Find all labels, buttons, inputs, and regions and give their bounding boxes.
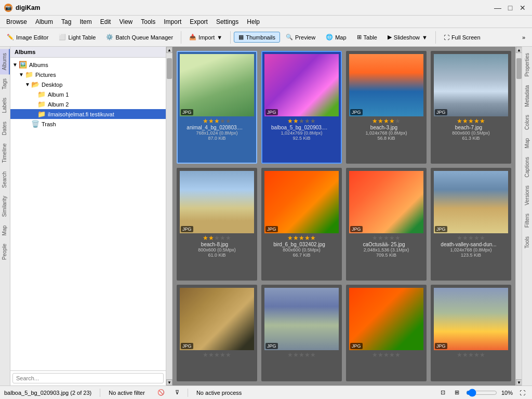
- thumbnail-item[interactable]: JPG ★★★★★ bird_6_bg_032402.jpg 800x600 (…: [261, 168, 342, 281]
- scroll-down-button[interactable]: ▼: [166, 379, 172, 385]
- sidebar-tab-dates[interactable]: Dates: [0, 117, 10, 139]
- batch-queue-button[interactable]: ⚙️ Batch Queue Manager: [101, 32, 178, 43]
- thumbnail-filename: beach-3.jpg: [350, 125, 418, 130]
- right-tab-filters[interactable]: Filters: [523, 209, 531, 232]
- album1-label: Album 1: [48, 91, 164, 98]
- right-tab-metadata[interactable]: Metadata: [523, 81, 531, 111]
- right-tab-map[interactable]: Map: [523, 134, 531, 152]
- thumbnail-item[interactable]: JPG ★★★★★ balboa_5_bg_020903.... 1,024x7…: [261, 51, 342, 164]
- image-format-badge: JPG: [265, 226, 278, 232]
- sidebar-tab-tags[interactable]: Tags: [0, 74, 10, 94]
- right-tab-captions[interactable]: Captions: [523, 153, 531, 181]
- thumbnail-image: JPG: [180, 288, 254, 350]
- thumbnail-item[interactable]: JPG ★★★★★: [177, 285, 257, 381]
- tree-item-desktop[interactable]: ▼ 📂 Desktop: [10, 79, 166, 89]
- light-table-button[interactable]: ⬜ Light Table: [54, 32, 100, 43]
- menu-import[interactable]: Import: [159, 17, 185, 26]
- process-status: No active process: [196, 390, 242, 396]
- maximize-button[interactable]: □: [505, 3, 515, 13]
- thumbnail-image: JPG: [349, 171, 423, 233]
- thumbnail-item[interactable]: JPG ★★★★★ caOctusää- 25.jpg 2,048x1,536 …: [346, 168, 427, 281]
- fullscreen-status-button[interactable]: ⛶: [517, 388, 528, 397]
- menu-item[interactable]: Item: [75, 17, 96, 26]
- menu-tools[interactable]: Tools: [137, 17, 159, 26]
- thumbnail-item[interactable]: JPG ★★★★★ death-valley-sand-dun... 1,024…: [431, 168, 511, 281]
- image-format-badge: JPG: [350, 109, 363, 115]
- menu-view[interactable]: View: [115, 17, 137, 26]
- toolbar-separator-1: [181, 31, 181, 44]
- scroll-up-button[interactable]: ▲: [166, 47, 172, 53]
- sidebar-tab-albums[interactable]: Albums: [0, 49, 10, 74]
- sidebar-tab-search[interactable]: Search: [0, 167, 10, 192]
- tree-item-albums-root[interactable]: ▼ 🖼️ Albums: [10, 60, 166, 70]
- status-right-controls: ⊡ ⊞ 10% ⛶: [438, 388, 528, 397]
- thumbnail-image: JPG: [180, 54, 254, 116]
- menu-export[interactable]: Export: [185, 17, 212, 26]
- thumbnail-item[interactable]: JPG ★★★★★: [431, 285, 511, 381]
- minimize-button[interactable]: —: [493, 3, 503, 13]
- app-title: digiKam: [16, 4, 493, 11]
- thumbnails-icon: ▦: [238, 34, 244, 41]
- content-scroll-thumb[interactable]: [516, 58, 522, 79]
- album1-icon: 📁: [37, 90, 46, 98]
- sidebar-tab-people[interactable]: People: [0, 240, 10, 264]
- albums-panel-header: Albums: [10, 47, 166, 58]
- batch-queue-icon: ⚙️: [106, 34, 113, 41]
- thumbnail-image: JPG: [264, 171, 339, 233]
- toolbar: ✏️ Image Editor ⬜ Light Table ⚙️ Batch Q…: [0, 28, 532, 47]
- thumbnail-info: ★★★★★ caOctusää- 25.jpg 2,048x1,536 (3.1…: [349, 233, 423, 259]
- content-scroll-track: [516, 53, 522, 379]
- tree-item-ilmaisohjelmat[interactable]: 📁 ilmaisohjelmat.fi testikuvat: [10, 109, 166, 119]
- thumbnails-button[interactable]: ▦ Thumbnails: [234, 32, 280, 43]
- fullscreen-button[interactable]: ⛶ Full Screen: [439, 32, 485, 43]
- content-scrollbar[interactable]: ▲ ▼: [515, 47, 522, 385]
- thumbnail-item[interactable]: JPG ★★★★★: [346, 285, 427, 381]
- right-tab-versions[interactable]: Versions: [523, 181, 531, 209]
- sidebar-tab-timeline[interactable]: Timeline: [0, 139, 10, 167]
- ilmaisohjelmat-icon: 📁: [37, 110, 46, 118]
- thumbnail-stars: ★★★★★: [181, 234, 253, 242]
- menu-settings[interactable]: Settings: [212, 17, 243, 26]
- image-editor-button[interactable]: ✏️ Image Editor: [2, 32, 53, 43]
- right-tab-properties[interactable]: Properties: [523, 49, 531, 81]
- table-button[interactable]: ⊞ Table: [352, 32, 382, 43]
- menu-help[interactable]: Help: [243, 17, 264, 26]
- menu-album[interactable]: Album: [31, 17, 57, 26]
- zoom-original-button[interactable]: ⊞: [452, 388, 462, 397]
- close-button[interactable]: ✕: [517, 3, 528, 13]
- scroll-thumb[interactable]: [167, 58, 172, 79]
- import-icon: 📥: [189, 34, 196, 41]
- filter-icon[interactable]: 🚫: [157, 389, 165, 396]
- right-tab-colors[interactable]: Colors: [523, 111, 531, 134]
- tree-item-pictures[interactable]: ▼ 📁 Pictures: [10, 70, 166, 79]
- sidebar-tab-similarity[interactable]: Similarity: [0, 192, 10, 221]
- panel-scrollbar[interactable]: ▲ ▼: [166, 47, 172, 385]
- thumbnail-item[interactable]: JPG ★★★★★: [261, 285, 342, 381]
- import-button[interactable]: 📥 Import ▼: [184, 32, 227, 43]
- tree-item-trash[interactable]: 🗑️ Trash: [10, 119, 166, 129]
- thumbnail-item[interactable]: JPG ★★★★★ beach-7.jpg 800x600 (0.5Mpx) 6…: [431, 51, 511, 164]
- thumbnail-item[interactable]: JPG ★★★★★ beach-3.jpg 1,024x768 (0.8Mpx)…: [346, 51, 427, 164]
- preview-button[interactable]: 🔍 Preview: [281, 32, 320, 43]
- zoom-fit-button[interactable]: ⊡: [438, 388, 448, 397]
- zoom-slider[interactable]: [466, 389, 497, 397]
- thumbnail-dimensions: 800x600 (0.5Mpx): [265, 247, 338, 252]
- tree-item-album2[interactable]: 📁 Album 2: [10, 99, 166, 109]
- filter-funnel-icon[interactable]: ⊽: [175, 389, 179, 396]
- menu-browse[interactable]: Browse: [2, 17, 31, 26]
- sidebar-tab-map[interactable]: Map: [0, 221, 10, 240]
- thumbnail-filename: animal_4_bg_020803....: [181, 125, 248, 130]
- menu-tag[interactable]: Tag: [57, 17, 75, 26]
- map-button[interactable]: 🌐 Map: [321, 32, 351, 43]
- desktop-label: Desktop: [42, 82, 164, 88]
- right-tab-tools[interactable]: Tools: [523, 232, 531, 252]
- sidebar-tab-labels[interactable]: Labels: [0, 94, 10, 117]
- tree-arrow-pictures: ▼: [19, 72, 25, 77]
- search-input[interactable]: [12, 373, 164, 383]
- menu-edit[interactable]: Edit: [96, 17, 115, 26]
- thumbnail-item[interactable]: JPG ★★★★★ beach-8.jpg 800x600 (0.5Mpx) 6…: [177, 168, 257, 281]
- thumbnail-item[interactable]: JPG ★★★★★ animal_4_bg_020803.... 768x1,0…: [177, 51, 257, 164]
- toolbar-more-button[interactable]: »: [517, 32, 530, 43]
- tree-item-album1[interactable]: 📁 Album 1: [10, 89, 166, 99]
- slideshow-button[interactable]: ▶ Slideshow ▼: [383, 32, 432, 43]
